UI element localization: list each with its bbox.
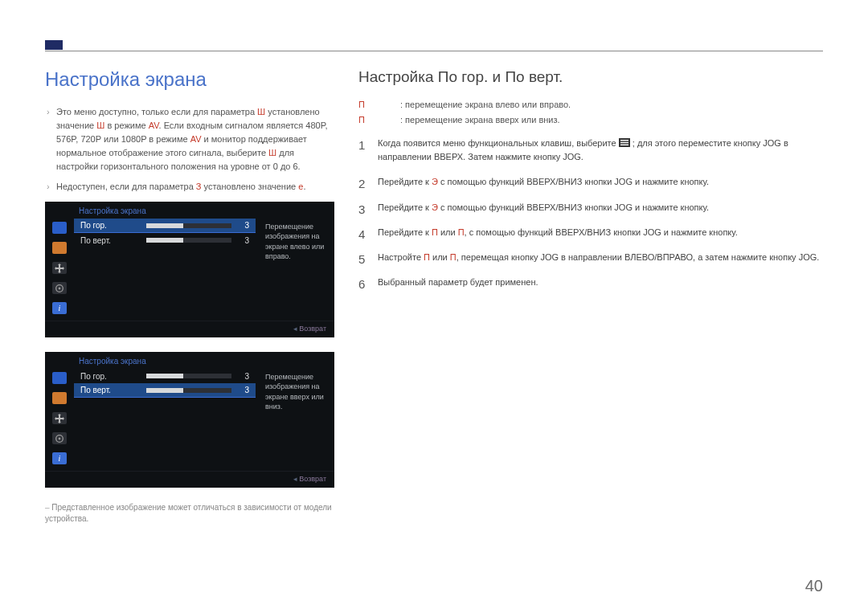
page-number: 40	[805, 577, 823, 595]
step-item: Когда появится меню функциональных клави…	[358, 137, 823, 175]
osd-return: Возврат	[45, 471, 334, 488]
note-item: Недоступен, если для параметра З установ…	[45, 180, 336, 194]
svg-point-1	[59, 287, 61, 289]
osd-icon-stack: i	[45, 219, 74, 321]
osd-row-label: По верт.	[80, 386, 140, 394]
osd-value: 3	[238, 236, 249, 245]
picture-icon	[52, 242, 67, 254]
osd-description: Перемещение изображения на экране влево …	[260, 219, 334, 321]
step-item: Перейдите к П или П, с помощью функций В…	[358, 226, 823, 251]
osd-value: 3	[238, 386, 249, 394]
chapter-rule	[45, 40, 823, 51]
step-item: Перейдите к Э с помощью функций ВВЕРХ/ВН…	[358, 201, 823, 226]
osd-row-label: По гор.	[80, 221, 140, 230]
osd-row-label: По гор.	[80, 372, 140, 381]
svg-point-3	[59, 437, 61, 439]
osd-row-hpos: По гор. 3	[74, 219, 256, 233]
osd-value: 3	[238, 221, 249, 230]
picture-icon	[52, 392, 67, 404]
section-title: Настройка экрана	[45, 68, 336, 91]
display-icon	[52, 222, 67, 234]
osd-slider	[146, 388, 231, 393]
svg-rect-7	[620, 145, 628, 145]
osd-title: Настройка экрана	[45, 202, 334, 219]
osd-slider	[146, 238, 231, 243]
step-item: Перейдите к Э с помощью функций ВВЕРХ/ВН…	[358, 175, 823, 200]
osd-slider	[146, 223, 231, 228]
osd-preview-vertical: Настройка экрана i По гор. 3 П	[45, 352, 334, 488]
move-icon	[52, 412, 67, 424]
menu-icon	[619, 137, 630, 146]
osd-description: Перемещение изображения на экране вверх …	[260, 369, 334, 471]
svg-rect-5	[620, 140, 628, 141]
move-icon	[52, 262, 67, 274]
svg-rect-6	[620, 142, 628, 143]
osd-title: Настройка экрана	[45, 352, 334, 369]
osd-row-vpos: По верт. 3	[74, 383, 256, 398]
subsection-title: Настройка По гор. и По верт.	[358, 68, 823, 86]
step-list: Когда появится меню функциональных клави…	[358, 137, 823, 300]
step-item: Настройте П или П, перемещая кнопку JOG …	[358, 251, 823, 276]
osd-value: 3	[238, 372, 249, 381]
osd-icon-stack: i	[45, 369, 74, 471]
gear-icon	[52, 432, 67, 444]
osd-return: Возврат	[45, 321, 334, 337]
gear-icon	[52, 282, 67, 294]
footnote-text: Представленное изображение может отличат…	[45, 502, 336, 525]
osd-row-hpos: По гор. 3	[74, 369, 256, 383]
osd-row-label: По верт.	[80, 236, 140, 245]
definitions: П : перемещение экрана влево или вправо.…	[358, 97, 823, 127]
note-item: Это меню доступно, только если для парам…	[45, 105, 336, 174]
osd-preview-horizontal: Настройка экрана i По гор. 3 П	[45, 202, 334, 337]
step-item: Выбранный параметр будет применен.	[358, 276, 823, 300]
display-icon	[52, 372, 67, 384]
osd-row-vpos: По верт. 3	[74, 233, 256, 247]
osd-slider	[146, 374, 231, 378]
info-icon: i	[52, 452, 67, 464]
info-icon: i	[52, 302, 67, 314]
